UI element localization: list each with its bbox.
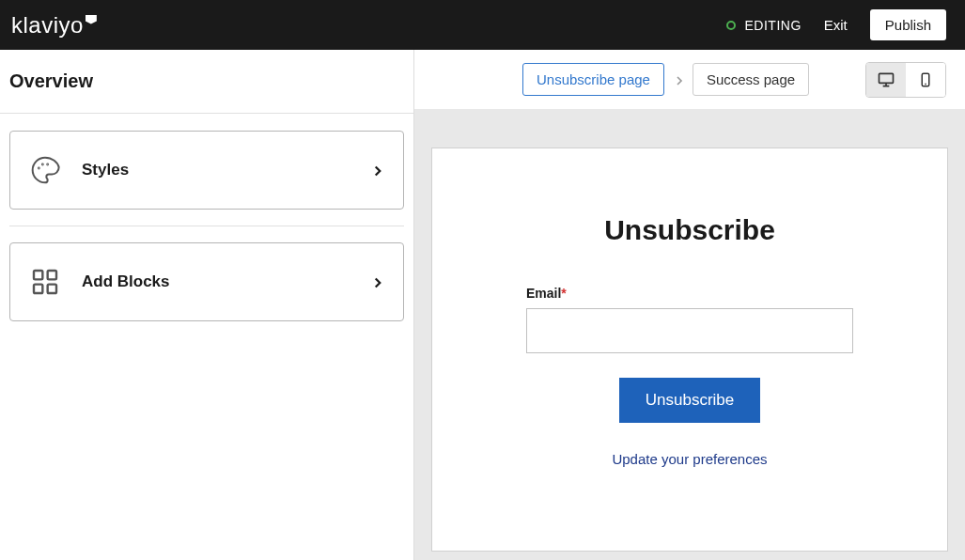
device-toggle	[865, 62, 946, 98]
svg-rect-3	[34, 271, 42, 279]
sidebar-body: Styles Add Blocks	[0, 114, 413, 338]
desktop-icon	[877, 70, 895, 89]
sidebar: Overview Styles	[0, 50, 414, 560]
top-bar: klaviyo EDITING Exit Publish	[0, 0, 965, 50]
exit-link[interactable]: Exit	[824, 17, 848, 33]
chevron-right-icon	[369, 274, 384, 289]
email-label-text: Email	[526, 286, 561, 301]
update-preferences-link[interactable]: Update your preferences	[526, 451, 853, 467]
brand-logo[interactable]: klaviyo	[11, 12, 97, 39]
main-layout: Overview Styles	[0, 50, 965, 560]
svg-rect-6	[48, 285, 56, 293]
panel-divider	[9, 226, 404, 226]
svg-point-2	[47, 164, 48, 165]
unsubscribe-button[interactable]: Unsubscribe	[619, 378, 761, 423]
canvas-background: Unsubscribe Email* Unsubscribe Update yo…	[414, 110, 965, 560]
unsubscribe-heading: Unsubscribe	[526, 214, 853, 246]
blocks-icon	[29, 266, 61, 298]
header-actions: EDITING Exit Publish	[726, 9, 947, 40]
brand-text: klaviyo	[11, 12, 84, 39]
tab-success-page[interactable]: Success page	[693, 63, 809, 96]
styles-panel[interactable]: Styles	[9, 131, 404, 210]
canvas-toolbar: Unsubscribe page Success page	[414, 50, 965, 110]
chevron-right-icon	[369, 163, 384, 178]
editing-status: EDITING	[726, 18, 802, 33]
palette-icon	[29, 154, 61, 186]
canvas-area: Unsubscribe page Success page	[414, 50, 965, 560]
mobile-icon	[917, 71, 934, 88]
status-dot-icon	[726, 21, 736, 30]
mobile-view-button[interactable]	[906, 63, 945, 97]
page-preview: Unsubscribe Email* Unsubscribe Update yo…	[431, 148, 948, 552]
desktop-view-button[interactable]	[866, 63, 906, 97]
page-tabs: Unsubscribe page Success page	[522, 63, 809, 96]
svg-rect-4	[48, 271, 56, 279]
status-text: EDITING	[745, 18, 802, 33]
email-field[interactable]	[526, 308, 853, 353]
svg-point-1	[42, 164, 43, 165]
publish-button[interactable]: Publish	[870, 9, 946, 40]
brand-flag-icon	[86, 15, 97, 24]
chevron-right-icon	[672, 73, 685, 86]
sidebar-header: Overview	[0, 50, 413, 114]
page-title: Overview	[9, 70, 404, 92]
tab-unsubscribe-page[interactable]: Unsubscribe page	[522, 63, 664, 96]
svg-point-0	[39, 168, 39, 169]
styles-label: Styles	[82, 161, 349, 179]
svg-rect-7	[879, 73, 894, 83]
add-blocks-panel[interactable]: Add Blocks	[9, 242, 404, 321]
svg-rect-5	[34, 285, 42, 293]
add-blocks-label: Add Blocks	[82, 272, 349, 291]
required-indicator: *	[561, 286, 566, 301]
email-label: Email*	[526, 286, 853, 301]
